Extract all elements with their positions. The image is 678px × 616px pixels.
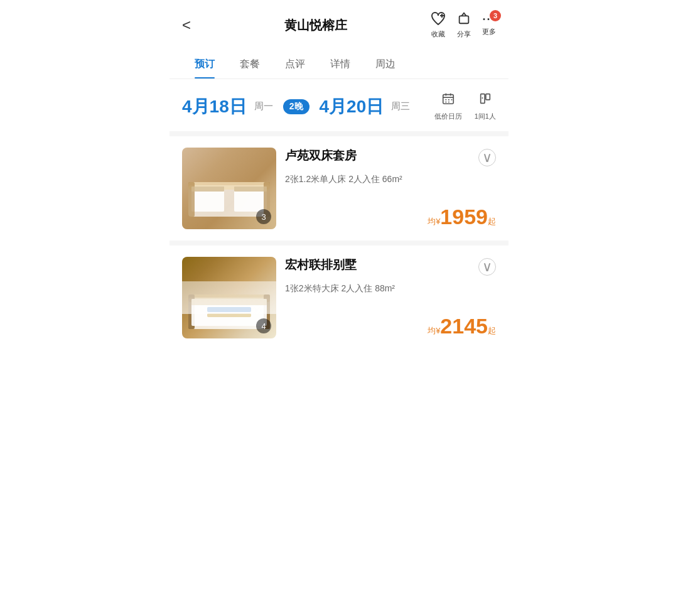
more-button[interactable]: 3 ··· 更多 — [482, 14, 496, 36]
room-info-1: 卢苑双床套房 ∨ 2张1.2米单人床 2人入住 66m² 均¥1959起 — [285, 148, 496, 229]
room-image-wrap-1[interactable]: 3 — [182, 148, 276, 229]
room-config-label: 1间1人 — [475, 112, 496, 121]
tab-detail[interactable]: 详情 — [318, 50, 363, 78]
check-out-date[interactable]: 4月20日 — [320, 95, 384, 119]
check-in-day: 周一 — [254, 100, 273, 112]
room-expand-1[interactable]: ∨ — [478, 149, 496, 166]
tab-package[interactable]: 套餐 — [227, 50, 272, 78]
share-icon — [457, 11, 471, 28]
date-bar-actions: 低价日历 1间1人 — [434, 92, 496, 121]
svg-rect-22 — [234, 186, 267, 192]
room-info-2: 宏村联排别墅 ∨ 1张2米特大床 2人入住 88m² 均¥2145起 — [285, 257, 496, 338]
header-actions: 收藏 分享 3 ··· 更多 — [431, 11, 496, 39]
tab-bar: 预订 套餐 点评 详情 周边 — [170, 50, 508, 79]
svg-rect-27 — [191, 299, 267, 326]
room-image-wrap-2[interactable]: 4 — [182, 257, 276, 338]
room-title-2: 宏村联排别墅 — [285, 257, 478, 273]
room-detail-1: 2张1.2米单人床 2人入住 66m² — [285, 173, 496, 186]
svg-rect-2 — [460, 16, 469, 23]
more-badge: 3 — [490, 10, 501, 21]
svg-rect-29 — [207, 307, 251, 312]
back-button[interactable]: < — [182, 16, 201, 34]
room-config-button[interactable]: 1间1人 — [475, 92, 496, 121]
room-price-row-2[interactable]: 均¥2145起 — [285, 305, 496, 338]
svg-rect-30 — [207, 313, 251, 317]
share-button[interactable]: 分享 — [457, 11, 471, 39]
room-price-2: 2145 — [440, 314, 488, 338]
more-label: 更多 — [482, 27, 496, 36]
room-detail-2: 1张2米特大床 2人入住 88m² — [285, 282, 496, 295]
calendar-button[interactable]: 低价日历 — [434, 92, 462, 121]
room-price-1: 1959 — [440, 205, 488, 229]
image-count-1: 3 — [256, 209, 271, 224]
calendar-label: 低价日历 — [434, 112, 462, 121]
tab-booking[interactable]: 预订 — [182, 50, 227, 78]
tab-nearby[interactable]: 周边 — [363, 50, 408, 78]
svg-rect-24 — [188, 294, 270, 302]
check-out-day: 周三 — [391, 100, 410, 112]
svg-rect-28 — [191, 299, 267, 305]
nights-badge[interactable]: 2晚 — [283, 99, 309, 114]
room-price-prefix-2: 均¥ — [428, 326, 440, 335]
collect-button[interactable]: 收藏 — [431, 11, 446, 39]
room-title-1: 卢苑双床套房 — [285, 148, 478, 164]
date-bar: 4月18日 周一 2晚 4月20日 周三 低价日历 — [170, 79, 508, 131]
image-count-2: 4 — [256, 318, 271, 333]
check-in-date[interactable]: 4月18日 — [182, 95, 247, 119]
room-price-prefix-1: 均¥ — [428, 217, 440, 226]
svg-rect-21 — [191, 186, 224, 192]
collect-icon — [431, 11, 446, 28]
share-label: 分享 — [457, 30, 471, 39]
page-title: 黄山悦榕庄 — [201, 17, 431, 34]
room-expand-2[interactable]: ∨ — [478, 258, 496, 276]
room-price-row-1[interactable]: 均¥1959起 — [285, 196, 496, 229]
room-card-1: 3 卢苑双床套房 ∨ 2张1.2米单人床 2人入住 66m² 均¥1959起 — [170, 131, 508, 240]
svg-rect-13 — [486, 94, 490, 100]
room-config-icon — [478, 92, 492, 109]
calendar-icon — [441, 92, 456, 109]
room-price-suffix-1: 起 — [488, 217, 496, 226]
collect-label: 收藏 — [431, 30, 445, 39]
header: < 黄山悦榕庄 收藏 分享 3 — [170, 0, 508, 45]
room-price-suffix-2: 起 — [488, 326, 496, 335]
tab-review[interactable]: 点评 — [272, 50, 318, 78]
room-card-2: 4 宏村联排别墅 ∨ 1张2米特大床 2人入住 88m² 均¥2145起 — [170, 240, 508, 350]
